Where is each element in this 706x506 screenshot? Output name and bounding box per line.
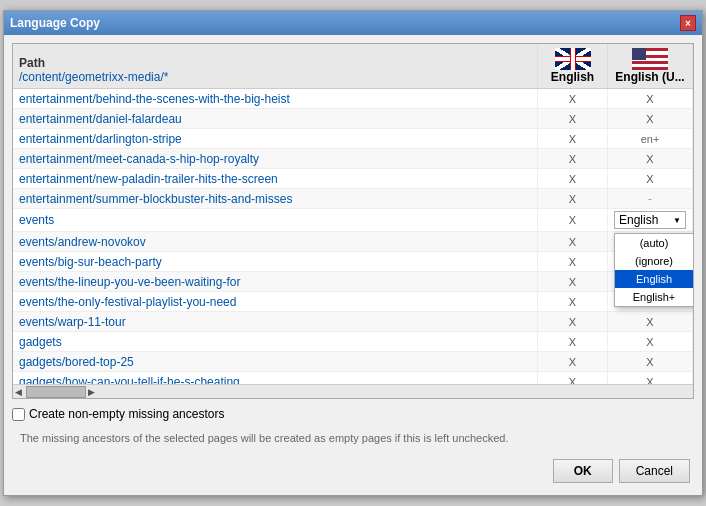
x-mark: X [569, 336, 576, 348]
us-value-cell: X [608, 312, 693, 332]
dialog-title: Language Copy [10, 16, 100, 30]
table-row: entertainment/behind-the-scenes-with-the… [13, 89, 693, 109]
table-row: events/the-lineup-you-ve-been-waiting-fo… [13, 272, 693, 292]
uk-value-cell: X [538, 272, 608, 292]
path-cell: entertainment/summer-blockbuster-hits-an… [13, 189, 538, 209]
uk-value-cell: X [538, 292, 608, 312]
language-dropdown-button[interactable]: English▼ [614, 211, 686, 229]
uk-value-cell: X [538, 372, 608, 385]
language-copy-dialog: Language Copy × Path /content/geometrixx… [3, 10, 703, 495]
table-scroll-area[interactable]: Path /content/geometrixx-media/* English [13, 44, 693, 384]
x-mark: X [569, 193, 576, 205]
x-mark: X [646, 316, 653, 328]
x-mark: X [569, 173, 576, 185]
table-row: entertainment/meet-canada-s-hip-hop-roya… [13, 149, 693, 169]
path-cell: entertainment/meet-canada-s-hip-hop-roya… [13, 149, 538, 169]
uk-value-cell: X [538, 189, 608, 209]
paths-table: Path /content/geometrixx-media/* English [13, 44, 693, 384]
dropdown-option[interactable]: English+ [615, 288, 693, 306]
path-cell: events/the-only-festival-playlist-you-ne… [13, 292, 538, 312]
ancestors-label-text: Create non-empty missing ancestors [29, 407, 224, 421]
path-cell: gadgets/bored-top-25 [13, 352, 538, 372]
us-value-cell: X [608, 332, 693, 352]
uk-value-cell: X [538, 169, 608, 189]
dropdown-option[interactable]: English [615, 270, 693, 288]
cancel-button[interactable]: Cancel [619, 459, 690, 483]
path-cell: gadgets [13, 332, 538, 352]
ancestors-row: Create non-empty missing ancestors [12, 405, 694, 423]
uk-value-cell: X [538, 129, 608, 149]
horizontal-scrollbar[interactable]: ◀ ▶ [13, 384, 693, 398]
path-cell: events/andrew-novokov [13, 232, 538, 252]
uk-value-cell: X [538, 352, 608, 372]
path-header: Path /content/geometrixx-media/* [13, 44, 538, 89]
table-row: entertainment/new-paladin-trailer-hits-t… [13, 169, 693, 189]
dropdown-option[interactable]: (auto) [615, 234, 693, 252]
help-text: The missing ancestors of the selected pa… [12, 429, 694, 448]
us-value-cell: English▼(auto)(ignore)EnglishEnglish+ [608, 209, 693, 232]
uk-flag-header: English [538, 44, 608, 89]
path-cell: events [13, 209, 538, 232]
us-flag-header: English (U... [608, 44, 693, 89]
scroll-right-arrow[interactable]: ▶ [86, 387, 97, 397]
table-row: entertainment/summer-blockbuster-hits-an… [13, 189, 693, 209]
x-mark: X [646, 113, 653, 125]
scroll-left-arrow[interactable]: ◀ [13, 387, 24, 397]
uk-value-cell: X [538, 209, 608, 232]
uk-value-cell: X [538, 332, 608, 352]
language-dropdown-popup: (auto)(ignore)EnglishEnglish+ [614, 233, 693, 307]
content-table: Path /content/geometrixx-media/* English [12, 43, 694, 399]
path-cell: entertainment/darlington-stripe [13, 129, 538, 149]
us-value-cell: X [608, 149, 693, 169]
uk-value-cell: X [538, 89, 608, 109]
uk-value-cell: X [538, 312, 608, 332]
path-cell: events/warp-11-tour [13, 312, 538, 332]
x-mark: X [646, 336, 653, 348]
path-cell: entertainment/behind-the-scenes-with-the… [13, 89, 538, 109]
path-cell: entertainment/new-paladin-trailer-hits-t… [13, 169, 538, 189]
close-button[interactable]: × [680, 15, 696, 31]
x-mark: X [569, 356, 576, 368]
dropdown-option[interactable]: (ignore) [615, 252, 693, 270]
button-row: OK Cancel [12, 455, 694, 487]
dash-value: - [648, 192, 652, 206]
us-value-cell: X [608, 109, 693, 129]
table-body: entertainment/behind-the-scenes-with-the… [13, 89, 693, 385]
language-dropdown-wrap: English▼(auto)(ignore)EnglishEnglish+ [614, 211, 686, 229]
table-row: events/big-sur-beach-partyXX [13, 252, 693, 272]
x-mark: X [569, 256, 576, 268]
dialog-body: Path /content/geometrixx-media/* English [4, 35, 702, 494]
us-value-cell: X [608, 169, 693, 189]
x-mark: X [569, 214, 576, 226]
us-value-cell: X [608, 372, 693, 385]
ok-button[interactable]: OK [553, 459, 613, 483]
x-mark: X [646, 173, 653, 185]
us-value-cell: X [608, 352, 693, 372]
x-mark: X [569, 113, 576, 125]
uk-value-cell: X [538, 109, 608, 129]
table-row: events/warp-11-tourXX [13, 312, 693, 332]
x-mark: X [646, 93, 653, 105]
uk-value-cell: X [538, 149, 608, 169]
x-mark: X [569, 133, 576, 145]
path-cell: gadgets/how-can-you-tell-if-he-s-cheatin… [13, 372, 538, 385]
table-row: events/the-only-festival-playlist-you-ne… [13, 292, 693, 312]
title-bar: Language Copy × [4, 11, 702, 35]
x-mark: X [569, 93, 576, 105]
x-mark: X [569, 296, 576, 308]
x-mark: X [569, 153, 576, 165]
x-mark: X [569, 276, 576, 288]
ancestors-checkbox[interactable] [12, 408, 25, 421]
path-cell: events/big-sur-beach-party [13, 252, 538, 272]
table-row: entertainment/daniel-falardeauXX [13, 109, 693, 129]
uk-value-cell: X [538, 232, 608, 252]
en-plus-value: en+ [641, 133, 660, 145]
path-cell: entertainment/daniel-falardeau [13, 109, 538, 129]
table-row: gadgets/bored-top-25XX [13, 352, 693, 372]
x-mark: X [569, 316, 576, 328]
us-value-cell: en+ [608, 129, 693, 149]
ancestors-checkbox-label: Create non-empty missing ancestors [12, 407, 224, 421]
x-mark: X [646, 356, 653, 368]
x-mark: X [646, 376, 653, 385]
horizontal-scroll-thumb[interactable] [26, 386, 86, 398]
